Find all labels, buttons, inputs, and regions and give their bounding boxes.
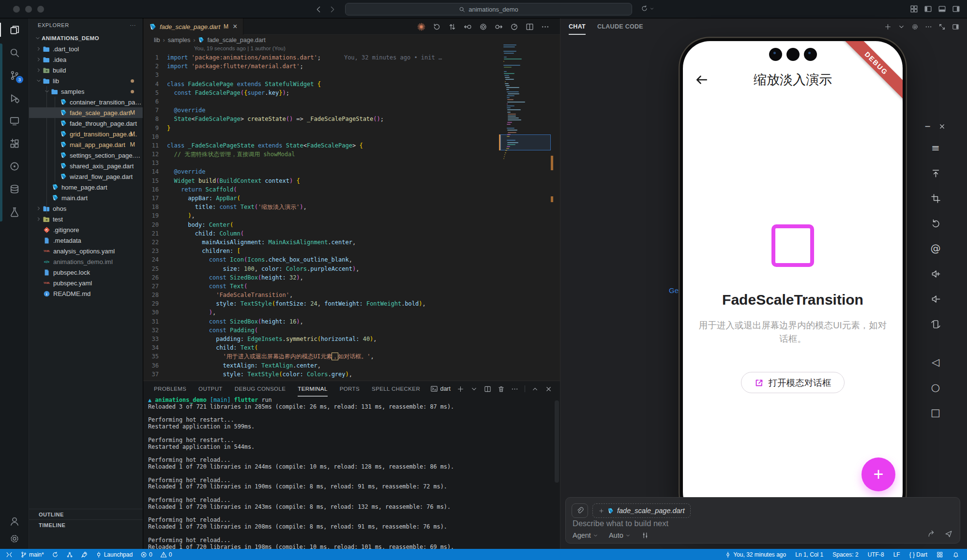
emulator-volume-up-button[interactable] <box>924 263 947 285</box>
refresh-button[interactable] <box>641 5 654 12</box>
tree-item-.dart_tool[interactable]: .dart_tool <box>29 44 143 54</box>
back-arrow-icon[interactable] <box>695 74 708 86</box>
status-extensions-status[interactable] <box>936 551 944 558</box>
profiler-icon[interactable] <box>510 23 518 31</box>
emulator-android-back-button[interactable]: ◁ <box>924 351 947 373</box>
emulator-close-button[interactable] <box>938 123 946 130</box>
nav-forward-icon[interactable] <box>328 5 336 14</box>
emulator-minimize-button[interactable]: ─ <box>925 122 930 131</box>
terminal-scrollbar[interactable] <box>555 400 559 483</box>
status-launchpad[interactable]: Launchpad <box>94 551 134 558</box>
activity-run-debug[interactable] <box>0 87 29 109</box>
tree-item-.gitignore[interactable]: .gitignore <box>29 224 143 235</box>
chat-tab-chat[interactable]: CHAT <box>569 18 586 35</box>
status-git-branch[interactable]: main* <box>19 551 45 558</box>
emulator-scroll-top-button[interactable] <box>924 162 947 184</box>
status-warnings[interactable]: 0 <box>159 551 173 558</box>
status-eol[interactable]: LF <box>892 551 901 558</box>
status-indentation[interactable]: Spaces: 2 <box>831 551 859 558</box>
kill-terminal-icon[interactable] <box>498 385 505 393</box>
more-actions-icon[interactable] <box>541 23 549 31</box>
split-terminal-icon[interactable] <box>484 385 491 393</box>
minimap[interactable] <box>503 44 548 354</box>
activity-search[interactable] <box>0 41 29 64</box>
open-modal-dialog-button[interactable]: 打开模态对话框 <box>741 372 845 393</box>
tree-item-test[interactable]: test <box>29 214 143 224</box>
outline-section[interactable]: OUTLINE <box>29 509 143 519</box>
chat-tab-claude-code[interactable]: CLAUDE CODE <box>597 18 643 35</box>
status-blame-status[interactable]: You, 32 minutes ago <box>724 551 787 558</box>
panel-tab-terminal[interactable]: TERMINAL <box>298 381 327 397</box>
close-tab-icon[interactable]: × <box>233 22 237 31</box>
tree-item-build[interactable]: build <box>29 65 143 75</box>
emulator-rotate-button[interactable] <box>924 212 947 235</box>
emulator-android-recents-button[interactable]: □ <box>924 401 947 424</box>
attach-file-button[interactable] <box>572 503 588 518</box>
panel-tab-debug-console[interactable]: DEBUG CONSOLE <box>235 381 286 397</box>
panel-tab-problems[interactable]: PROBLEMS <box>154 381 186 397</box>
close-panel-icon[interactable] <box>545 385 552 393</box>
activity-testing[interactable] <box>0 200 29 223</box>
activity-source-control[interactable]: 3 <box>0 64 29 87</box>
tree-item-animations_demo.iml[interactable]: </>animations_demo.iml <box>29 256 143 267</box>
toggle-primary-sidebar-icon[interactable] <box>924 5 932 13</box>
timeline-section[interactable]: TIMELINE <box>29 519 143 530</box>
customize-layout-icon[interactable] <box>910 5 918 13</box>
emulator-screenshot-crop-button[interactable] <box>924 187 947 209</box>
explorer-more-icon[interactable]: ··· <box>130 22 136 28</box>
more-icon[interactable] <box>925 23 932 30</box>
toggle-secondary-sidebar-icon[interactable] <box>952 5 960 13</box>
agent-selector[interactable]: Agent <box>573 531 598 539</box>
more-icon[interactable] <box>511 385 518 393</box>
emulator-mention-button[interactable]: @ <box>924 237 947 260</box>
tree-item-.metadata[interactable]: .metadata <box>29 235 143 246</box>
swap-arrows-icon[interactable] <box>448 23 456 31</box>
tree-item-analysis_options.yaml[interactable]: YAMLanalysis_options.yaml <box>29 246 143 256</box>
code-editor[interactable]: 1import 'package:animations/animations.d… <box>143 53 503 381</box>
tree-item-lib[interactable]: lib <box>29 75 143 86</box>
activity-remote-devices[interactable] <box>0 109 29 132</box>
status-encoding[interactable]: UTF-8 <box>867 551 885 558</box>
zoom-window-button[interactable] <box>37 6 44 13</box>
status-git-graph[interactable] <box>65 551 74 558</box>
status-launch-rocket[interactable] <box>80 551 89 558</box>
tab-fade-scale-page[interactable]: fade_scale_page.dart M × <box>143 18 243 35</box>
status-language-mode[interactable]: { } Dart <box>908 551 928 558</box>
panel-tab-spell-checker[interactable]: SPELL CHECKER <box>372 381 420 397</box>
toggle-panel-icon[interactable] <box>938 5 946 13</box>
status-errors[interactable]: 0 <box>139 551 153 558</box>
hot-restart-icon[interactable] <box>433 23 441 31</box>
status-cursor-position[interactable]: Ln 1, Col 1 <box>794 551 824 558</box>
tree-root[interactable]: ANIMATIONS_DEMO <box>29 33 143 44</box>
step-back-icon[interactable] <box>464 23 472 31</box>
toggle-secondary-panel-icon[interactable] <box>952 23 959 30</box>
send-icon[interactable] <box>944 530 953 538</box>
activity-database[interactable] <box>0 177 29 200</box>
status-remote-indicator[interactable] <box>5 551 14 558</box>
emulator-rotate-device-button[interactable] <box>924 313 947 335</box>
emulator-menu-button[interactable]: ≡ <box>924 137 947 159</box>
chat-history-icon[interactable] <box>898 23 905 30</box>
tools-icon[interactable] <box>641 531 649 539</box>
expand-icon[interactable] <box>938 23 946 30</box>
step-forward-icon[interactable] <box>495 23 503 31</box>
split-editor-icon[interactable] <box>526 23 534 31</box>
chat-settings-icon[interactable] <box>911 23 919 30</box>
new-chat-icon[interactable] <box>884 23 891 30</box>
widget-inspector-icon[interactable] <box>479 23 487 31</box>
tree-item-pubspec.yaml[interactable]: YAMLpubspec.yaml <box>29 278 143 288</box>
emulator-volume-down-button[interactable] <box>924 288 947 310</box>
activity-account[interactable] <box>9 516 20 527</box>
terminal-profiles-icon[interactable] <box>470 385 478 393</box>
breadcrumb[interactable]: lib› samples› fade_scale_page.dart <box>143 35 560 45</box>
flutter-hot-reload-icon[interactable] <box>417 23 425 31</box>
redo-icon[interactable] <box>927 530 936 538</box>
activity-ai-assistant[interactable] <box>0 155 29 177</box>
tree-item-.idea[interactable]: .idea <box>29 54 143 65</box>
fab-add-button[interactable]: + <box>861 457 895 491</box>
panel-tab-output[interactable]: OUTPUT <box>198 381 223 397</box>
activity-settings[interactable] <box>9 533 20 544</box>
activity-extensions[interactable] <box>0 132 29 155</box>
status-notifications[interactable] <box>952 551 960 558</box>
chat-input-placeholder[interactable]: Describe what to build next <box>573 519 668 528</box>
